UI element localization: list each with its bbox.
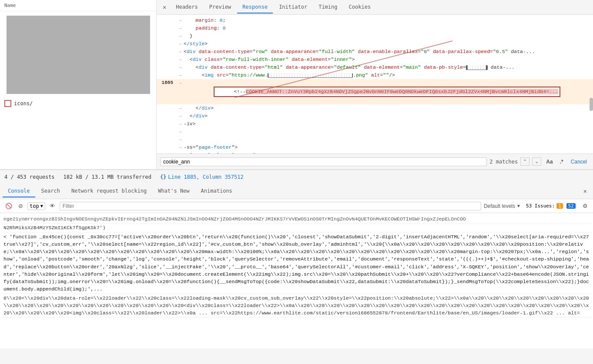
dropdown-icon: ▼: [516, 204, 521, 208]
code-line: –: [157, 136, 593, 144]
code-line: – </style>: [157, 40, 593, 48]
search-cancel-button[interactable]: Cancel: [568, 158, 590, 166]
requests-count: 4 / 453 requests: [4, 174, 55, 180]
transferred-size: 182 kB / 13.1 MB transferred: [64, 174, 151, 180]
context-label: top: [30, 203, 39, 209]
code-line-highlighted: 1885 – <!--COOKIE_ANNOT::ZnVuY3Rpb24gXzB…: [157, 79, 593, 104]
case-sensitive-button[interactable]: Aa: [544, 158, 555, 166]
code-line: – }: [157, 32, 593, 40]
console-line: N2RhMiksXzB4MzY5ZmI1KCk7fSgpKSk7'): [2, 224, 591, 232]
list-item[interactable]: icons/: [0, 98, 156, 109]
search-input[interactable]: [160, 157, 487, 166]
tab-network-blocking[interactable]: Network request blocking: [66, 185, 152, 197]
issues-count-orange: 1: [556, 203, 563, 209]
stop-button[interactable]: ⊘: [17, 202, 25, 210]
issues-count-blue: 52: [566, 203, 576, 209]
tab-whats-new[interactable]: What's New: [153, 185, 194, 197]
eye-button[interactable]: 👁: [48, 202, 57, 210]
console-output[interactable]: nge21ynmrronngxzBIShIngvNOESnngynZEpkvIE…: [0, 213, 593, 348]
close-button[interactable]: ×: [159, 2, 170, 13]
default-levels-label: Default levels: [484, 203, 515, 209]
file-checkbox-icon[interactable]: [4, 100, 11, 107]
console-line: 0\\x20<\\x20div\\x20data-role=\\x22loade…: [2, 294, 591, 318]
code-line: – margin: 0;: [157, 17, 593, 24]
search-next-button[interactable]: ⌄: [532, 157, 541, 166]
code-line: –: [157, 128, 593, 136]
filter-input[interactable]: [60, 202, 481, 210]
context-selector[interactable]: top ▼: [27, 202, 45, 210]
status-bar: 4 / 453 requests 182 kB / 13.1 MB transf…: [0, 170, 593, 184]
tab-timing[interactable]: Timing: [313, 1, 342, 13]
location-info: {} Line 1885, Column 357512: [160, 174, 244, 180]
scrollbar-thumb[interactable]: [590, 98, 593, 111]
tab-preview[interactable]: Preview: [204, 1, 237, 13]
tab-cookies[interactable]: Cookies: [344, 1, 376, 13]
code-line: – -iv>: [157, 120, 593, 128]
code-line: – </div>: [157, 112, 593, 120]
tab-search[interactable]: Search: [36, 185, 65, 197]
code-line: – <div data-content-type="row" data-appe…: [157, 48, 593, 56]
code-line: – padding: 0: [157, 24, 593, 32]
tab-initiator[interactable]: Initiator: [274, 1, 312, 13]
response-panel: × Headers Preview Response Initiator Tim…: [157, 0, 593, 169]
code-line: – <div data-content-type="html" data-app…: [157, 63, 593, 71]
code-line: – <div class="row-full-width-inner" data…: [157, 56, 593, 63]
settings-button[interactable]: ⚙: [581, 202, 590, 210]
issues-label: 53 Issues:: [526, 203, 555, 209]
file-thumbnail: [7, 16, 150, 94]
search-prev-button[interactable]: ⌃: [520, 157, 529, 166]
clear-console-button[interactable]: 🚫: [3, 202, 14, 210]
tab-headers[interactable]: Headers: [171, 1, 203, 13]
code-line: – -="toTop" class="to-top">: [157, 151, 593, 154]
bottom-panel: Console Search Network request blocking …: [0, 184, 593, 348]
issues-badge[interactable]: 53 Issues: 1 52: [523, 203, 578, 209]
response-tabs-bar: × Headers Preview Response Initiator Tim…: [157, 0, 593, 15]
console-toolbar: 🚫 ⊘ top ▼ 👁 Default levels ▼ 53 Issues: …: [0, 199, 593, 213]
match-count: 2 matches: [489, 159, 518, 165]
file-tree-header: Name: [0, 0, 156, 11]
code-viewer[interactable]: – margin: 0; – padding: 0 – } – </style>: [157, 15, 593, 154]
code-line: – <img src="https://www.████████████████…: [157, 71, 593, 79]
console-line: < 'function _0x45ce(){const _0x30cc77=['…: [2, 233, 591, 294]
regex-button[interactable]: .*: [558, 158, 566, 166]
file-tree-panel: Name icons/: [0, 0, 157, 169]
location-text: Line 1885, Column 357512: [168, 174, 243, 180]
default-levels-button[interactable]: Default levels ▼: [484, 203, 521, 209]
tab-console[interactable]: Console: [3, 185, 35, 197]
bottom-tabs-bar: Console Search Network request blocking …: [0, 184, 593, 199]
bottom-close-button[interactable]: ×: [580, 187, 590, 196]
search-bar: 2 matches ⌃ ⌄ Aa .* Cancel: [157, 154, 593, 169]
tab-animations[interactable]: Animations: [196, 185, 238, 197]
code-line: – </div>: [157, 104, 593, 112]
chevron-down-icon: ▼: [40, 204, 43, 208]
tab-response[interactable]: Response: [237, 1, 273, 13]
console-line: nge21ynmrronngxzBIShIngvNOESnngynZEpkvIE…: [2, 215, 591, 224]
code-line: – -ss="page-footer">: [157, 144, 593, 151]
location-icon: {}: [160, 174, 166, 180]
file-item-name: icons/: [14, 100, 33, 107]
